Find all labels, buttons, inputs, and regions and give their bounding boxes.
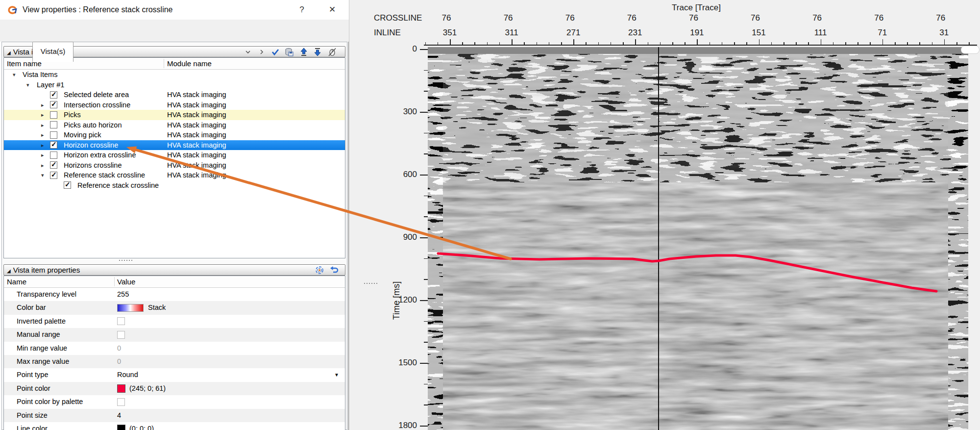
property-checkbox[interactable] <box>117 317 125 325</box>
color-swatch[interactable] <box>117 384 125 393</box>
expand-arrow-icon[interactable]: ▸ <box>41 110 44 120</box>
expand-arrow-icon[interactable]: ▸ <box>41 120 44 130</box>
tree-item-label: Horizons crossline <box>64 160 122 171</box>
tree-row[interactable]: ▸Horizon extra crosslineHVA stack imagin… <box>4 150 345 160</box>
item-checkbox[interactable] <box>50 152 57 159</box>
time-tick-label: 300 <box>383 107 417 117</box>
section-collapse-icon: ◢ <box>7 50 11 55</box>
scroll-nub[interactable] <box>961 46 980 54</box>
item-checkbox[interactable] <box>50 121 57 128</box>
property-row[interactable]: Point color by palette <box>4 395 345 408</box>
database-save-icon[interactable] <box>284 48 294 56</box>
minor-tick <box>524 42 525 45</box>
col-name: Name <box>7 276 26 287</box>
item-checkbox[interactable] <box>50 172 57 179</box>
dialog-title: View properties : Reference stack crossl… <box>23 0 173 20</box>
tree-row[interactable]: ▾Vista Items <box>4 70 345 80</box>
collapse-arrow-icon[interactable]: ▾ <box>41 170 44 180</box>
tree-row[interactable]: ▸Horizons crosslineHVA stack imaging <box>4 160 345 171</box>
seismic-section-image[interactable] <box>428 47 968 430</box>
item-checkbox[interactable] <box>50 131 57 139</box>
pane-splitter-handle[interactable] <box>364 283 377 284</box>
property-row[interactable]: Inverted palette <box>4 315 345 328</box>
help-button[interactable]: ? <box>291 0 313 20</box>
property-row[interactable]: Min range value0 <box>4 342 345 355</box>
tree-row[interactable]: ▸Picks auto horizonHVA stack imaging <box>4 120 345 130</box>
tree-item-module: HVA stack imaging <box>167 100 226 110</box>
close-button[interactable]: ✕ <box>321 0 343 20</box>
item-checkbox[interactable] <box>64 181 71 189</box>
property-row[interactable]: Point size4 <box>4 409 345 422</box>
download-arrow-icon[interactable] <box>313 48 322 56</box>
chevron-down-icon[interactable] <box>243 48 253 56</box>
item-properties-header[interactable]: ◢Vista item properties <box>3 264 345 276</box>
tree-row[interactable]: ▾Layer #1 <box>4 80 345 90</box>
minor-tick <box>424 133 428 134</box>
minor-tick <box>956 42 957 45</box>
expand-arrow-icon[interactable]: ▸ <box>41 150 44 160</box>
item-checkbox[interactable] <box>50 141 57 149</box>
property-checkbox[interactable] <box>117 398 125 406</box>
property-checkbox[interactable] <box>117 331 125 339</box>
mouse-disable-icon[interactable] <box>327 48 337 56</box>
apply-check-icon[interactable] <box>270 48 280 56</box>
expand-arrow-icon[interactable]: ▸ <box>41 160 44 171</box>
item-checkbox[interactable] <box>50 91 57 99</box>
tree-row[interactable]: ▾Reference stack crosslineHVA stack imag… <box>4 170 345 180</box>
time-tick-label: 0 <box>383 44 417 54</box>
minor-tick <box>734 42 735 45</box>
crossline-tick-label: 76 <box>689 13 698 23</box>
undo-arrow-icon[interactable] <box>329 266 339 275</box>
colorbar-swatch[interactable] <box>117 304 144 312</box>
tree-row[interactable]: Selected delete areaHVA stack imaging <box>4 90 345 100</box>
minor-tick <box>424 49 428 50</box>
minor-tick <box>660 42 661 45</box>
property-name: Manual range <box>17 328 60 341</box>
property-row[interactable]: Color barStack <box>4 301 345 314</box>
item-checkbox[interactable] <box>50 161 57 169</box>
crossline-tick-label: 76 <box>504 13 513 23</box>
property-value[interactable]: Round <box>117 368 138 381</box>
tree-item-label: Intersection crossline <box>64 100 130 110</box>
property-value: Stack <box>148 301 166 314</box>
item-checkbox[interactable] <box>50 101 57 108</box>
props-column-header[interactable]: Name Value <box>4 276 345 288</box>
tab-vistas[interactable]: Vista(s) <box>32 42 74 62</box>
property-row[interactable]: Transparency level255 <box>4 288 345 301</box>
property-name: Inverted palette <box>17 315 66 328</box>
panel-splitter-handle[interactable] <box>119 260 132 261</box>
color-swatch[interactable] <box>117 425 125 430</box>
chevron-right-icon[interactable] <box>257 48 267 56</box>
minor-tick <box>425 42 426 45</box>
tree-row[interactable]: ▸PicksHVA stack imaging <box>4 110 345 120</box>
minor-tick <box>424 342 428 343</box>
minor-tick <box>438 42 439 45</box>
minor-tick <box>424 300 428 301</box>
inline-tick-label: 191 <box>690 28 704 38</box>
tree-row[interactable]: ▸Intersection crosslineHVA stack imaging <box>4 100 345 110</box>
collapse-arrow-icon[interactable]: ▾ <box>26 80 29 90</box>
property-row[interactable]: Point color(245; 0; 61) <box>4 382 345 395</box>
property-row[interactable]: Line color(0; 0; 0) <box>4 422 345 430</box>
expand-arrow-icon[interactable]: ▸ <box>41 130 44 140</box>
tree-row[interactable]: ▸Horizon crosslineHVA stack imaging <box>4 140 345 151</box>
expand-arrow-icon[interactable]: ▸ <box>41 100 44 110</box>
property-name: Color bar <box>17 301 46 314</box>
minor-tick <box>424 70 428 71</box>
seismic-view-pane: Trace [Trace] CROSSLINE INLINE 763517631… <box>349 0 980 430</box>
target-radial-icon[interactable] <box>315 266 324 275</box>
tree-row[interactable]: ▸Moving pickHVA stack imaging <box>4 130 345 140</box>
tree-row[interactable]: Reference stack crossline <box>4 180 345 191</box>
property-name: Max range value <box>17 355 69 368</box>
tree-item-module: HVA stack imaging <box>167 170 226 180</box>
collapse-arrow-icon[interactable]: ▾ <box>13 70 16 80</box>
item-checkbox[interactable] <box>50 111 57 119</box>
expand-arrow-icon[interactable]: ▸ <box>41 140 44 151</box>
property-row[interactable]: Point typeRound▼ <box>4 368 345 381</box>
upload-arrow-icon[interactable] <box>299 48 309 56</box>
item-properties-header-label: Vista item properties <box>13 266 80 274</box>
dropdown-arrow-icon[interactable]: ▼ <box>334 368 339 381</box>
dialog-titlebar[interactable]: View properties : Reference stack crossl… <box>0 0 349 20</box>
property-row[interactable]: Manual range <box>4 328 345 341</box>
property-row[interactable]: Max range value0 <box>4 355 345 368</box>
